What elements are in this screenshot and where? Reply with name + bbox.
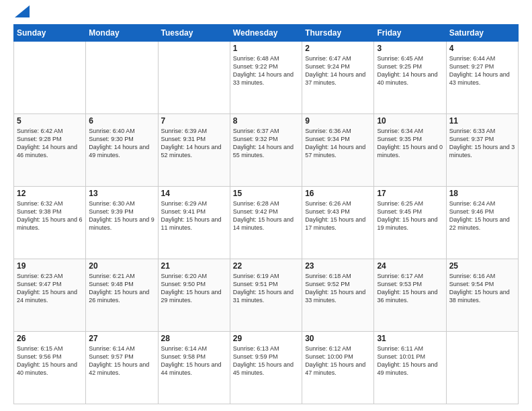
weekday-header-monday: Monday (86, 25, 158, 42)
calendar-cell (158, 42, 230, 114)
day-info: Sunrise: 6:13 AMSunset: 9:59 PMDaylight:… (233, 345, 299, 377)
day-info: Sunrise: 6:48 AMSunset: 9:22 PMDaylight:… (233, 54, 299, 87)
calendar-week-row: 5 Sunrise: 6:42 AMSunset: 9:28 PMDayligh… (14, 114, 519, 187)
weekday-header-sunday: Sunday (14, 25, 86, 42)
day-number: 22 (233, 261, 299, 271)
day-info: Sunrise: 6:15 AMSunset: 9:56 PMDaylight:… (17, 345, 83, 377)
day-number: 1 (233, 44, 299, 53)
day-info: Sunrise: 6:11 AMSunset: 10:01 PMDaylight… (377, 345, 443, 377)
calendar-week-row: 26 Sunrise: 6:15 AMSunset: 9:56 PMDaylig… (14, 332, 519, 404)
weekday-header-saturday: Saturday (446, 25, 518, 42)
day-info: Sunrise: 6:37 AMSunset: 9:32 PMDaylight:… (233, 127, 299, 160)
day-number: 19 (17, 261, 83, 271)
day-info: Sunrise: 6:34 AMSunset: 9:35 PMDaylight:… (377, 127, 443, 160)
calendar-cell: 24 Sunrise: 6:17 AMSunset: 9:53 PMDaylig… (374, 259, 446, 332)
calendar-cell: 28 Sunrise: 6:14 AMSunset: 9:58 PMDaylig… (158, 332, 230, 404)
calendar-cell: 15 Sunrise: 6:28 AMSunset: 9:42 PMDaylig… (230, 187, 302, 259)
day-info: Sunrise: 6:47 AMSunset: 9:24 PMDaylight:… (305, 54, 371, 87)
day-info: Sunrise: 6:24 AMSunset: 9:46 PMDaylight:… (449, 199, 515, 232)
day-number: 29 (233, 334, 299, 343)
day-info: Sunrise: 6:19 AMSunset: 9:51 PMDaylight:… (233, 272, 299, 305)
calendar-cell: 13 Sunrise: 6:30 AMSunset: 9:39 PMDaylig… (86, 187, 158, 259)
day-info: Sunrise: 6:44 AMSunset: 9:27 PMDaylight:… (449, 54, 515, 87)
weekday-header-row: SundayMondayTuesdayWednesdayThursdayFrid… (14, 25, 519, 42)
calendar-week-row: 19 Sunrise: 6:23 AMSunset: 9:47 PMDaylig… (14, 259, 519, 332)
day-number: 9 (305, 116, 371, 126)
calendar-week-row: 12 Sunrise: 6:32 AMSunset: 9:38 PMDaylig… (14, 187, 519, 259)
day-number: 7 (161, 116, 227, 126)
calendar-cell: 11 Sunrise: 6:33 AMSunset: 9:37 PMDaylig… (446, 114, 518, 187)
day-info: Sunrise: 6:17 AMSunset: 9:53 PMDaylight:… (377, 272, 443, 305)
day-number: 14 (161, 189, 227, 198)
day-number: 26 (17, 334, 83, 343)
day-info: Sunrise: 6:28 AMSunset: 9:42 PMDaylight:… (233, 199, 299, 232)
calendar-cell: 18 Sunrise: 6:24 AMSunset: 9:46 PMDaylig… (446, 187, 518, 259)
day-info: Sunrise: 6:21 AMSunset: 9:48 PMDaylight:… (89, 272, 154, 305)
day-info: Sunrise: 6:14 AMSunset: 9:58 PMDaylight:… (161, 345, 227, 377)
calendar-cell: 1 Sunrise: 6:48 AMSunset: 9:22 PMDayligh… (230, 42, 302, 114)
day-number: 21 (161, 261, 227, 271)
calendar-cell: 25 Sunrise: 6:16 AMSunset: 9:54 PMDaylig… (446, 259, 518, 332)
calendar-cell (446, 332, 518, 404)
day-number: 16 (305, 189, 371, 198)
calendar-cell: 5 Sunrise: 6:42 AMSunset: 9:28 PMDayligh… (14, 114, 86, 187)
calendar-table: SundayMondayTuesdayWednesdayThursdayFrid… (13, 24, 519, 404)
svg-marker-0 (15, 5, 30, 17)
day-number: 13 (89, 189, 154, 198)
day-number: 11 (449, 116, 515, 126)
calendar-week-row: 1 Sunrise: 6:48 AMSunset: 9:22 PMDayligh… (14, 42, 519, 114)
day-info: Sunrise: 6:33 AMSunset: 9:37 PMDaylight:… (449, 127, 515, 160)
day-number: 25 (449, 261, 515, 271)
day-info: Sunrise: 6:18 AMSunset: 9:52 PMDaylight:… (305, 272, 371, 305)
calendar-cell: 10 Sunrise: 6:34 AMSunset: 9:35 PMDaylig… (374, 114, 446, 187)
day-number: 30 (305, 334, 371, 343)
day-number: 28 (161, 334, 227, 343)
day-info: Sunrise: 6:20 AMSunset: 9:50 PMDaylight:… (161, 272, 227, 305)
weekday-header-thursday: Thursday (302, 25, 374, 42)
calendar-cell: 16 Sunrise: 6:26 AMSunset: 9:43 PMDaylig… (302, 187, 374, 259)
calendar-cell: 12 Sunrise: 6:32 AMSunset: 9:38 PMDaylig… (14, 187, 86, 259)
calendar-cell: 7 Sunrise: 6:39 AMSunset: 9:31 PMDayligh… (158, 114, 230, 187)
calendar-cell: 4 Sunrise: 6:44 AMSunset: 9:27 PMDayligh… (446, 42, 518, 114)
calendar-cell: 27 Sunrise: 6:14 AMSunset: 9:57 PMDaylig… (86, 332, 158, 404)
day-number: 2 (305, 44, 371, 53)
day-info: Sunrise: 6:12 AMSunset: 10:00 PMDaylight… (305, 345, 371, 377)
logo (13, 11, 30, 17)
day-info: Sunrise: 6:14 AMSunset: 9:57 PMDaylight:… (89, 345, 154, 377)
calendar-cell: 6 Sunrise: 6:40 AMSunset: 9:30 PMDayligh… (86, 114, 158, 187)
logo-arrow-icon (15, 5, 30, 17)
day-number: 10 (377, 116, 443, 126)
calendar-cell: 19 Sunrise: 6:23 AMSunset: 9:47 PMDaylig… (14, 259, 86, 332)
weekday-header-wednesday: Wednesday (230, 25, 302, 42)
day-number: 5 (17, 116, 83, 126)
day-info: Sunrise: 6:23 AMSunset: 9:47 PMDaylight:… (17, 272, 83, 305)
calendar-cell: 22 Sunrise: 6:19 AMSunset: 9:51 PMDaylig… (230, 259, 302, 332)
day-number: 18 (449, 189, 515, 198)
calendar-cell: 29 Sunrise: 6:13 AMSunset: 9:59 PMDaylig… (230, 332, 302, 404)
calendar-cell: 20 Sunrise: 6:21 AMSunset: 9:48 PMDaylig… (86, 259, 158, 332)
day-number: 24 (377, 261, 443, 271)
day-number: 23 (305, 261, 371, 271)
day-info: Sunrise: 6:45 AMSunset: 9:25 PMDaylight:… (377, 54, 443, 87)
day-number: 20 (89, 261, 154, 271)
calendar-cell: 14 Sunrise: 6:29 AMSunset: 9:41 PMDaylig… (158, 187, 230, 259)
calendar-cell (86, 42, 158, 114)
day-info: Sunrise: 6:32 AMSunset: 9:38 PMDaylight:… (17, 199, 83, 232)
day-number: 3 (377, 44, 443, 53)
day-info: Sunrise: 6:40 AMSunset: 9:30 PMDaylight:… (89, 127, 154, 160)
calendar-cell (14, 42, 86, 114)
weekday-header-tuesday: Tuesday (158, 25, 230, 42)
calendar-cell: 8 Sunrise: 6:37 AMSunset: 9:32 PMDayligh… (230, 114, 302, 187)
calendar-cell: 26 Sunrise: 6:15 AMSunset: 9:56 PMDaylig… (14, 332, 86, 404)
calendar-cell: 21 Sunrise: 6:20 AMSunset: 9:50 PMDaylig… (158, 259, 230, 332)
calendar-cell: 17 Sunrise: 6:25 AMSunset: 9:45 PMDaylig… (374, 187, 446, 259)
calendar-cell: 9 Sunrise: 6:36 AMSunset: 9:34 PMDayligh… (302, 114, 374, 187)
day-number: 17 (377, 189, 443, 198)
day-info: Sunrise: 6:36 AMSunset: 9:34 PMDaylight:… (305, 127, 371, 160)
calendar-cell: 30 Sunrise: 6:12 AMSunset: 10:00 PMDayli… (302, 332, 374, 404)
day-number: 15 (233, 189, 299, 198)
day-info: Sunrise: 6:26 AMSunset: 9:43 PMDaylight:… (305, 199, 371, 232)
day-number: 27 (89, 334, 154, 343)
calendar-cell: 2 Sunrise: 6:47 AMSunset: 9:24 PMDayligh… (302, 42, 374, 114)
page: SundayMondayTuesdayWednesdayThursdayFrid… (0, 0, 532, 411)
